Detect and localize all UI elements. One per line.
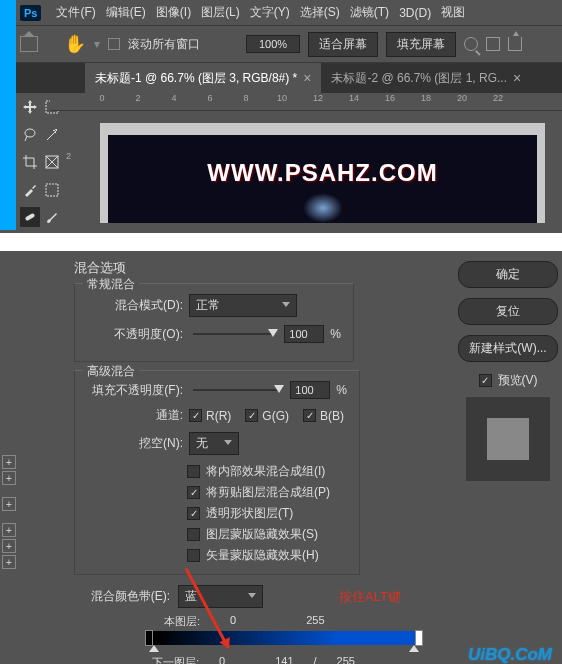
new-style-button[interactable]: 新建样式(W)... bbox=[458, 335, 558, 362]
channel-g-checkbox[interactable] bbox=[245, 409, 258, 422]
transparency-shapes-label: 透明形状图层(T) bbox=[206, 505, 293, 522]
opacity-input[interactable]: 100 bbox=[284, 325, 324, 343]
advanced-blend-group: 高级混合 填充不透明度(F): 100 % 通道: R(R) G(G) B(B)… bbox=[74, 370, 360, 575]
menu-filter[interactable]: 滤镜(T) bbox=[345, 4, 394, 21]
frame-icon[interactable] bbox=[486, 37, 500, 51]
interior-effects-label: 将内部效果混合成组(I) bbox=[206, 463, 325, 480]
slider-handle-icon[interactable] bbox=[149, 645, 159, 652]
add-effect-button[interactable]: + bbox=[2, 455, 16, 469]
alt-hint-text: 按住ALT键 bbox=[339, 588, 401, 606]
lasso-tool-icon[interactable] bbox=[20, 125, 40, 145]
interior-effects-checkbox[interactable] bbox=[187, 465, 200, 478]
zoom-input[interactable]: 100% bbox=[246, 35, 300, 53]
opacity-slider[interactable] bbox=[193, 333, 274, 335]
vector-mask-hides-label: 矢量蒙版隐藏效果(H) bbox=[206, 547, 319, 564]
advanced-blend-legend: 高级混合 bbox=[83, 363, 139, 380]
add-effect-button[interactable]: + bbox=[2, 555, 16, 569]
this-layer-low: 0 bbox=[230, 614, 236, 629]
home-icon[interactable] bbox=[20, 36, 38, 52]
tab-1-title: 未标题-1 @ 66.7% (图层 3, RGB/8#) * bbox=[95, 70, 297, 87]
watermark-text: WWW.PSAHZ.COM bbox=[108, 135, 537, 187]
channel-label: 通道: bbox=[87, 407, 183, 424]
general-blend-group: 常规混合 混合模式(D): 正常 不透明度(O): 100 % bbox=[74, 283, 354, 362]
menu-layer[interactable]: 图层(L) bbox=[196, 4, 245, 21]
preview-label: 预览(V) bbox=[498, 372, 538, 389]
close-icon[interactable]: × bbox=[513, 70, 521, 86]
vector-mask-hides-checkbox[interactable] bbox=[187, 549, 200, 562]
general-blend-legend: 常规混合 bbox=[83, 276, 139, 293]
tab-2-title: 未标题-2 @ 66.7% (图层 1, RG... bbox=[331, 70, 507, 87]
scroll-all-checkbox[interactable] bbox=[108, 38, 120, 50]
glow-graphic bbox=[303, 193, 343, 223]
channel-r-checkbox[interactable] bbox=[189, 409, 202, 422]
add-effect-button[interactable]: + bbox=[2, 497, 16, 511]
tab-document-1[interactable]: 未标题-1 @ 66.7% (图层 3, RGB/8#) * × bbox=[85, 63, 321, 93]
reset-button[interactable]: 复位 bbox=[458, 298, 558, 325]
blend-if-label: 混合颜色带(E): bbox=[74, 588, 170, 605]
dialog-right-panel: 确定 复位 新建样式(W)... 预览(V) bbox=[458, 261, 558, 489]
ok-button[interactable]: 确定 bbox=[458, 261, 558, 288]
this-layer-high: 255 bbox=[306, 614, 324, 629]
dialog-left-strip: + + + + + + bbox=[0, 289, 20, 571]
menu-edit[interactable]: 编辑(E) bbox=[101, 4, 151, 21]
eyedropper-tool-icon[interactable] bbox=[20, 180, 40, 200]
add-effect-button[interactable]: + bbox=[2, 523, 16, 537]
vertical-ruler: 2 bbox=[64, 111, 82, 201]
opacity-label: 不透明度(O): bbox=[87, 326, 183, 343]
canvas[interactable]: WWW.PSAHZ.COM bbox=[100, 123, 545, 223]
channel-b-label: B(B) bbox=[320, 409, 344, 423]
svg-rect-4 bbox=[25, 213, 36, 221]
under-layer-low: 0 bbox=[219, 655, 225, 664]
fill-opacity-label: 填充不透明度(F): bbox=[87, 382, 183, 399]
menu-select[interactable]: 选择(S) bbox=[295, 4, 345, 21]
svg-point-1 bbox=[25, 129, 35, 137]
menu-view[interactable]: 视图 bbox=[436, 4, 470, 21]
clipped-layers-label: 将剪贴图层混合成组(P) bbox=[206, 484, 330, 501]
percent-label: % bbox=[330, 327, 341, 341]
blend-mode-select[interactable]: 正常 bbox=[189, 294, 297, 317]
clipped-layers-checkbox[interactable] bbox=[187, 486, 200, 499]
gradient-stop-black[interactable] bbox=[145, 630, 153, 646]
transparency-shapes-checkbox[interactable] bbox=[187, 507, 200, 520]
channel-b-checkbox[interactable] bbox=[303, 409, 316, 422]
under-layer-mid: 141 bbox=[275, 655, 293, 664]
channel-r-label: R(R) bbox=[206, 409, 231, 423]
preview-checkbox[interactable] bbox=[479, 374, 492, 387]
knockout-select[interactable]: 无 bbox=[189, 432, 239, 455]
footer-brand: UiBQ.CoM bbox=[468, 645, 552, 664]
preview-swatch bbox=[466, 397, 550, 481]
workspace: 0246810121416182022 2 WWW.PSAHZ.COM bbox=[0, 93, 562, 233]
menu-bar: Ps 文件(F) 编辑(E) 图像(I) 图层(L) 文字(Y) 选择(S) 滤… bbox=[0, 0, 562, 25]
gradient-stop-white[interactable] bbox=[415, 630, 423, 646]
layer-style-dialog: + + + + + + 混合选项 常规混合 混合模式(D): 正常 不透明度(O… bbox=[0, 251, 562, 664]
menu-file[interactable]: 文件(F) bbox=[51, 4, 100, 21]
add-effect-button[interactable]: + bbox=[2, 471, 16, 485]
document-tabs: 未标题-1 @ 66.7% (图层 3, RGB/8#) * × 未标题-2 @… bbox=[0, 63, 562, 93]
this-layer-gradient[interactable] bbox=[149, 631, 419, 645]
fill-screen-button[interactable]: 填充屏幕 bbox=[386, 32, 456, 57]
blend-mode-label: 混合模式(D): bbox=[87, 297, 183, 314]
move-tool-icon[interactable] bbox=[20, 97, 40, 117]
share-icon[interactable] bbox=[508, 37, 522, 51]
layer-mask-hides-checkbox[interactable] bbox=[187, 528, 200, 541]
knockout-label: 挖空(N): bbox=[87, 435, 183, 452]
menu-3d[interactable]: 3D(D) bbox=[394, 6, 436, 20]
heal-tool-icon[interactable] bbox=[20, 207, 40, 227]
canvas-area: 0246810121416182022 2 WWW.PSAHZ.COM bbox=[50, 93, 562, 233]
fill-opacity-slider[interactable] bbox=[193, 389, 280, 391]
fill-opacity-input[interactable]: 100 bbox=[290, 381, 330, 399]
slider-handle-icon[interactable] bbox=[409, 645, 419, 652]
blend-if-select[interactable]: 蓝 bbox=[178, 585, 263, 608]
add-effect-button[interactable]: + bbox=[2, 539, 16, 553]
hand-tool-icon[interactable]: ✋ bbox=[64, 33, 86, 55]
search-icon[interactable] bbox=[464, 37, 478, 51]
crop-tool-icon[interactable] bbox=[20, 152, 40, 172]
close-icon[interactable]: × bbox=[303, 70, 311, 86]
menu-type[interactable]: 文字(Y) bbox=[245, 4, 295, 21]
tab-document-2[interactable]: 未标题-2 @ 66.7% (图层 1, RG... × bbox=[321, 63, 531, 93]
horizontal-ruler: 0246810121416182022 bbox=[50, 93, 562, 111]
slash: / bbox=[314, 655, 317, 664]
menu-image[interactable]: 图像(I) bbox=[151, 4, 196, 21]
layer-mask-hides-label: 图层蒙版隐藏效果(S) bbox=[206, 526, 318, 543]
fit-screen-button[interactable]: 适合屏幕 bbox=[308, 32, 378, 57]
